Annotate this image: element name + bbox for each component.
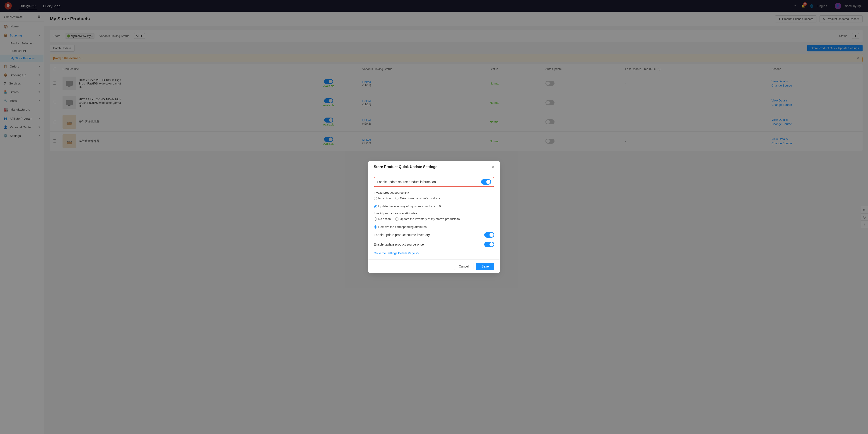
modal-overlay[interactable]: Store Product Quick Update Settings × En… <box>0 0 868 434</box>
modal-header: Store Product Quick Update Settings × <box>368 161 500 173</box>
enable-update-highlight: Enable update source product information <box>374 177 494 187</box>
attr-update-inventory-option[interactable]: Update the inventory of my store's produ… <box>395 217 462 221</box>
save-button[interactable]: Save <box>476 263 494 270</box>
link-no-action-label: No action <box>378 196 391 200</box>
modal-body: Enable update source product information… <box>368 173 500 259</box>
attr-update-inventory-label: Update the inventory of my store's produ… <box>400 217 462 221</box>
modal-close-button[interactable]: × <box>492 165 494 169</box>
quick-update-modal: Store Product Quick Update Settings × En… <box>368 161 500 273</box>
invalid-link-section-label: Invalid product source link <box>374 191 494 194</box>
link-no-action-option[interactable]: No action <box>374 196 391 200</box>
cancel-button[interactable]: Cancel <box>454 263 473 270</box>
invalid-link-radio-group: No action Take down my store's products … <box>374 196 494 208</box>
attr-remove-label: Remove the corresponding attributes <box>378 225 427 228</box>
attr-no-action-option[interactable]: No action <box>374 217 391 221</box>
enable-update-label: Enable update source product information <box>377 180 436 184</box>
enable-inventory-label: Enable update product source inventory <box>374 233 430 237</box>
enable-inventory-toggle[interactable] <box>484 232 494 238</box>
link-take-down-label: Take down my store's products <box>400 196 440 200</box>
invalid-attrs-section-label: Invalid product source attributes <box>374 212 494 215</box>
attr-no-action-label: No action <box>378 217 391 221</box>
link-update-inventory-option[interactable]: Update the inventory of my store's produ… <box>374 205 441 208</box>
enable-inventory-row: Enable update product source inventory <box>374 232 494 238</box>
enable-price-row: Enable update product source price <box>374 242 494 247</box>
settings-details-link[interactable]: Go to the Settings Details Page >> <box>374 251 419 255</box>
attr-remove-option[interactable]: Remove the corresponding attributes <box>374 225 427 228</box>
invalid-attrs-radio-group: No action Update the inventory of my sto… <box>374 217 494 228</box>
modal-title: Store Product Quick Update Settings <box>374 165 437 169</box>
settings-link-row: Go to the Settings Details Page >> <box>374 251 494 255</box>
enable-update-toggle[interactable] <box>481 179 491 185</box>
link-update-inventory-label: Update the inventory of my store's produ… <box>378 205 441 208</box>
enable-price-label: Enable update product source price <box>374 243 424 246</box>
link-take-down-option[interactable]: Take down my store's products <box>395 196 440 200</box>
modal-footer: Cancel Save <box>368 259 500 273</box>
enable-price-toggle[interactable] <box>484 242 494 247</box>
